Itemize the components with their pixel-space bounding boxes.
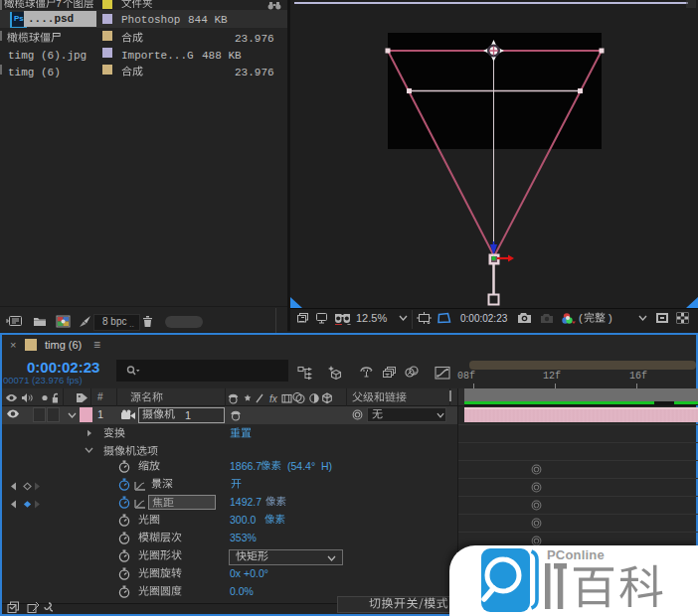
svg-text:fx: fx [269, 393, 278, 404]
